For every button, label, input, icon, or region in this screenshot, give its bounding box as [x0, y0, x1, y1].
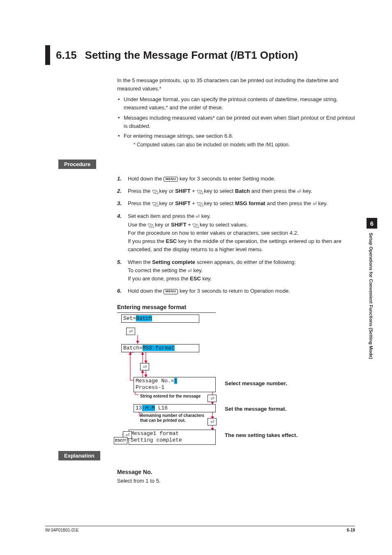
- caption-set-format: Set the message format.: [225, 405, 286, 413]
- step-text: screen appears, do either of the followi…: [195, 259, 296, 265]
- enter-icon: ⏎: [208, 418, 217, 426]
- intro-bullets: Under Message format, you can specify th…: [117, 95, 355, 148]
- bullet-text: For entering message strings, see sectio…: [124, 133, 233, 139]
- step-text: +: [191, 200, 197, 206]
- caption-select-message: Select message number.: [225, 379, 287, 388]
- step-text: key.: [317, 200, 328, 206]
- step-text: To correct the setting the: [128, 267, 188, 273]
- step-text: key or: [158, 188, 175, 194]
- footer-page-number: 6-19: [347, 528, 355, 532]
- footnote: * Computed values can also be included o…: [134, 141, 355, 149]
- flow-diagram: Set=Batch ⏎ Batch=MSG format ⏎ Message N…: [117, 314, 347, 442]
- lcd-text: Batch=: [123, 345, 143, 351]
- document-page: 6.15 Setting the Message Format (/BT1 Op…: [0, 0, 392, 555]
- step-text: key.: [201, 275, 212, 282]
- intro-body: In the 5 message printouts, up to 35 cha…: [117, 76, 355, 149]
- enter-icon: ⏎: [196, 213, 200, 221]
- lcd-text: Process-1: [136, 384, 164, 391]
- step-text: Press the: [128, 188, 152, 194]
- step-text: key to select: [203, 188, 235, 194]
- enter-icon: ⏎: [313, 200, 317, 208]
- step-text: key.: [200, 213, 211, 219]
- step-5: When the Setting complete screen appears…: [117, 258, 355, 283]
- lcd-text: 13: [136, 405, 142, 411]
- step-text: Set each item and press the: [128, 213, 196, 219]
- menu-key-icon: MENU: [164, 177, 178, 182]
- lcd-highlight: Batch: [136, 315, 152, 321]
- section-number: 6.15: [56, 49, 77, 62]
- chapter-title-vertical: Setup Operations for Convenient Function…: [369, 233, 374, 359]
- footer-doc-id: IM 04P01B01-01E: [45, 528, 79, 532]
- page-footer: IM 04P01B01-01E 6-19: [45, 526, 355, 532]
- enter-icon: ⏎: [126, 328, 135, 335]
- lcd-set-batch: Set=Batch: [121, 314, 199, 323]
- step-text: +: [187, 222, 193, 228]
- lcd-batch-msg: Batch=MSG format: [121, 344, 199, 352]
- enter-icon: ⏎: [140, 363, 149, 370]
- updown-icon: ▽△: [152, 200, 158, 208]
- bullet-item: Messages including measured values* can …: [117, 114, 355, 130]
- step-text: Press the: [128, 200, 152, 206]
- step-text: key to select: [203, 200, 235, 206]
- lcd-setting-complete: Message1 formatSetting complete: [129, 430, 216, 445]
- lcd-format: 13:H:M L16: [134, 404, 216, 412]
- string-entered-label: String entered for the message: [140, 394, 210, 399]
- step-text: key.: [301, 188, 312, 194]
- step-text: Use the: [128, 222, 148, 228]
- lcd-highlight: MSG format: [143, 345, 175, 351]
- setting-complete-text: Setting complete: [152, 259, 195, 265]
- section-title: Setting the Message Format (/BT1 Option): [85, 49, 298, 62]
- enter-icon: ⏎: [188, 267, 192, 275]
- step-text: If you press the: [128, 238, 166, 244]
- steps-list: Hold down the MENU key for 3 seconds to …: [117, 175, 355, 296]
- msg-format-text: MSG format: [235, 200, 265, 206]
- step-text: When the: [128, 259, 152, 265]
- esc-key: ESC: [166, 238, 177, 244]
- entering-heading: Entering message format: [117, 303, 216, 313]
- lcd-text: L16: [155, 405, 168, 411]
- step-text: key or: [153, 222, 171, 228]
- batch-text: Batch: [235, 188, 250, 194]
- caption-takes-effect: The new setting takes effect.: [225, 431, 297, 439]
- lcd-message-no: Message No.=1Process-1: [134, 377, 216, 392]
- esc-key-label: ESC/?: [114, 437, 127, 444]
- shift-key: SHIFT: [175, 200, 191, 206]
- updown-icon: ▽△: [192, 222, 198, 229]
- step-text: Hold down the: [128, 176, 164, 182]
- step-text: key or: [158, 200, 175, 206]
- lcd-text: Setting complete: [131, 437, 182, 443]
- lcd-highlight: H:M: [145, 405, 154, 411]
- step-1: Hold down the MENU key for 3 seconds to …: [117, 175, 355, 183]
- updown-icon: ▽△: [152, 188, 158, 196]
- side-tab: 6 Setup Operations for Convenient Functi…: [367, 218, 377, 415]
- step-text: and then press the: [265, 200, 313, 206]
- intro-paragraph: In the 5 message printouts, up to 35 cha…: [117, 76, 355, 93]
- step-text: If you are done, press the: [128, 275, 190, 282]
- lcd-text: Set=: [123, 315, 136, 321]
- explanation-body: Message No. Select from 1 to 5.: [117, 468, 355, 485]
- explanation-heading: Message No.: [117, 468, 355, 477]
- step-3: Press the ▽△ key or SHIFT + ▽△ key to se…: [117, 199, 355, 208]
- shift-key: SHIFT: [175, 188, 191, 194]
- section-title-row: 6.15 Setting the Message Format (/BT1 Op…: [45, 45, 355, 65]
- step-2: Press the ▽△ key or SHIFT + ▽△ key to se…: [117, 187, 355, 196]
- bullet-item: For entering message strings, see sectio…: [117, 132, 355, 149]
- procedure-body: Hold down the MENU key for 3 seconds to …: [117, 175, 355, 442]
- updown-icon: ▽△: [197, 200, 203, 208]
- procedure-label: Procedure: [58, 160, 96, 169]
- menu-key-icon: MENU: [164, 289, 178, 294]
- step-text: key.: [192, 267, 203, 273]
- lcd-text: Message1 format: [131, 430, 179, 437]
- step-text: key to select values.: [198, 222, 248, 228]
- explanation-text: Select from 1 to 5.: [117, 477, 355, 485]
- title-bar: [45, 45, 50, 65]
- step-text: key for 3 seconds to enter Setting mode.: [178, 176, 275, 182]
- enter-icon: ⏎: [208, 395, 217, 402]
- step-6: Hold down the MENU key for 3 seconds to …: [117, 287, 355, 295]
- explanation-label: Explanation: [58, 451, 100, 460]
- step-text: Hold down the: [128, 288, 164, 294]
- remaining-chars-label: Remaining number of characters that can …: [140, 413, 210, 423]
- enter-icon: ⏎: [297, 188, 301, 196]
- lcd-text: Message No.=: [136, 378, 174, 384]
- step-4: Set each item and press the ⏎ key. Use t…: [117, 212, 355, 254]
